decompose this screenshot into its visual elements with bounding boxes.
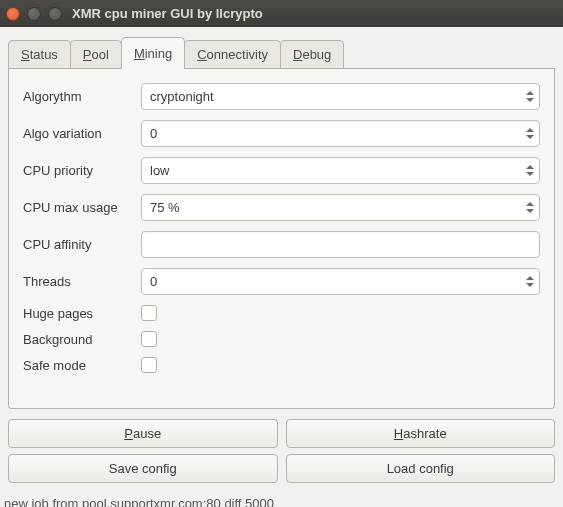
button-label: ashrate xyxy=(403,426,446,441)
cpu-priority-combo[interactable]: low xyxy=(141,157,540,184)
algorythm-value: cryptonight xyxy=(150,89,214,104)
load-config-button[interactable]: Load config xyxy=(286,454,556,483)
algo-variation-value: 0 xyxy=(150,126,157,141)
status-bar: new job from pool.supportxmr.com:80 diff… xyxy=(0,491,563,507)
cpu-max-usage-value: 75 % xyxy=(150,200,180,215)
tab-status[interactable]: Status xyxy=(8,40,71,68)
tab-connectivity[interactable]: Connectivity xyxy=(184,40,281,68)
safe-mode-checkbox[interactable] xyxy=(141,357,157,373)
tab-pool[interactable]: Pool xyxy=(70,40,122,68)
threads-spinner[interactable]: 0 xyxy=(141,268,540,295)
pause-button[interactable]: Pause xyxy=(8,419,278,448)
cpu-affinity-label: CPU affinity xyxy=(23,237,141,252)
algorythm-combo[interactable]: cryptonight xyxy=(141,83,540,110)
titlebar: XMR cpu miner GUI by llcrypto xyxy=(0,0,563,27)
chevron-updown-icon[interactable] xyxy=(521,158,539,183)
button-label: Load config xyxy=(387,461,454,476)
tab-debug[interactable]: Debug xyxy=(280,40,344,68)
chevron-updown-icon[interactable] xyxy=(521,195,539,220)
tab-label: tatus xyxy=(30,47,58,62)
window-close-icon[interactable] xyxy=(6,7,20,21)
algo-variation-label: Algo variation xyxy=(23,126,141,141)
chevron-updown-icon[interactable] xyxy=(521,121,539,146)
tab-label: ebug xyxy=(302,47,331,62)
cpu-priority-label: CPU priority xyxy=(23,163,141,178)
threads-label: Threads xyxy=(23,274,141,289)
hashrate-button[interactable]: Hashrate xyxy=(286,419,556,448)
cpu-affinity-input[interactable] xyxy=(141,231,540,258)
safe-mode-label: Safe mode xyxy=(23,358,141,373)
button-label: Save config xyxy=(109,461,177,476)
window-title: XMR cpu miner GUI by llcrypto xyxy=(72,6,263,21)
tab-label: onnectivity xyxy=(207,47,268,62)
window-minimize-icon[interactable] xyxy=(27,7,41,21)
cpu-max-usage-spinner[interactable]: 75 % xyxy=(141,194,540,221)
cpu-priority-value: low xyxy=(150,163,170,178)
cpu-max-usage-label: CPU max usage xyxy=(23,200,141,215)
threads-value: 0 xyxy=(150,274,157,289)
mining-panel: Algorythm cryptonight Algo variation 0 C… xyxy=(8,69,555,409)
huge-pages-label: Huge pages xyxy=(23,306,141,321)
save-config-button[interactable]: Save config xyxy=(8,454,278,483)
chevron-updown-icon[interactable] xyxy=(521,84,539,109)
tabstrip: Status Pool Mining Connectivity Debug xyxy=(8,37,555,69)
huge-pages-checkbox[interactable] xyxy=(141,305,157,321)
chevron-updown-icon[interactable] xyxy=(521,269,539,294)
algo-variation-spinner[interactable]: 0 xyxy=(141,120,540,147)
algorythm-label: Algorythm xyxy=(23,89,141,104)
tab-label: ool xyxy=(92,47,109,62)
background-label: Background xyxy=(23,332,141,347)
tab-label: ining xyxy=(145,46,172,61)
tab-mining[interactable]: Mining xyxy=(121,37,185,68)
button-label: ause xyxy=(133,426,161,441)
background-checkbox[interactable] xyxy=(141,331,157,347)
window-maximize-icon[interactable] xyxy=(48,7,62,21)
